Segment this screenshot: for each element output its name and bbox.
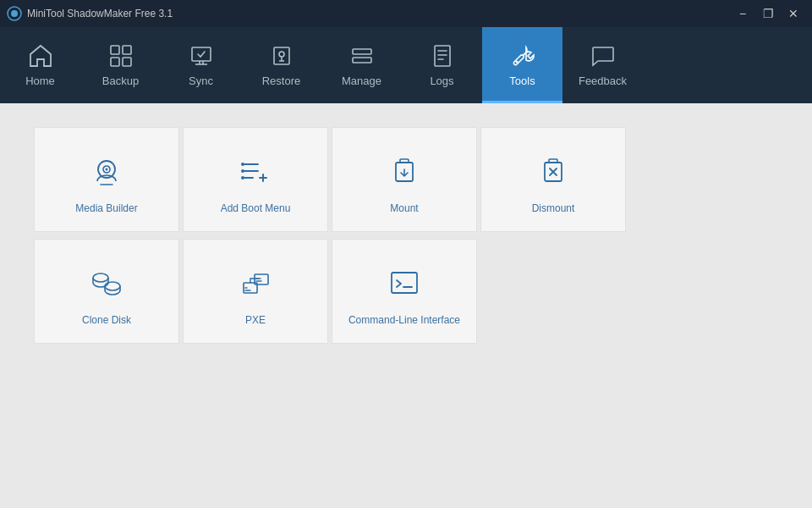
home-icon xyxy=(25,41,56,71)
pxe-icon xyxy=(235,263,276,304)
svg-point-15 xyxy=(106,168,108,171)
nav-item-restore[interactable]: Restore xyxy=(241,27,321,103)
svg-rect-5 xyxy=(123,58,131,66)
nav-label-logs: Logs xyxy=(430,75,453,87)
tool-label-media-builder: Media Builder xyxy=(75,202,137,214)
nav-item-tools[interactable]: Tools xyxy=(482,27,562,103)
add-boot-menu-icon xyxy=(235,152,276,192)
nav-item-logs[interactable]: Logs xyxy=(402,27,482,103)
svg-point-21 xyxy=(93,273,108,282)
media-builder-icon xyxy=(86,152,127,192)
minimize-button[interactable]: − xyxy=(731,4,754,23)
svg-point-1 xyxy=(11,10,18,17)
maximize-button[interactable]: ❐ xyxy=(756,4,780,23)
svg-rect-10 xyxy=(353,58,371,63)
svg-point-16 xyxy=(241,163,244,166)
dismount-icon xyxy=(533,152,573,192)
nav-label-manage: Manage xyxy=(342,75,381,87)
tool-card-dismount[interactable]: Dismount xyxy=(480,127,626,232)
tool-label-clone-disk: Clone Disk xyxy=(82,314,131,326)
cli-icon xyxy=(384,263,425,304)
svg-rect-7 xyxy=(274,47,289,64)
tool-card-clone-disk[interactable]: Clone Disk xyxy=(34,239,179,344)
nav-item-home[interactable]: Home xyxy=(0,27,80,103)
nav-label-home: Home xyxy=(25,75,55,87)
tool-card-pxe[interactable]: PXE xyxy=(183,239,328,344)
nav-item-sync[interactable]: Sync xyxy=(161,27,241,103)
tool-label-dismount: Dismount xyxy=(532,202,575,214)
backup-icon xyxy=(106,41,136,71)
svg-point-12 xyxy=(515,61,518,64)
tool-card-media-builder[interactable]: Media Builder xyxy=(34,127,179,232)
manage-icon xyxy=(347,41,377,71)
title-controls: − ❐ ✕ xyxy=(731,4,805,23)
nav-label-feedback: Feedback xyxy=(579,75,627,87)
svg-rect-6 xyxy=(192,47,211,61)
svg-point-18 xyxy=(241,176,244,179)
sync-icon xyxy=(186,41,217,71)
nav-label-backup: Backup xyxy=(102,75,139,87)
nav-item-manage[interactable]: Manage xyxy=(321,27,402,103)
svg-rect-4 xyxy=(111,58,119,66)
tool-label-cli: Command-Line Interface xyxy=(348,314,460,326)
tool-label-pxe: PXE xyxy=(245,314,266,326)
tool-label-mount: Mount xyxy=(390,202,418,214)
svg-rect-9 xyxy=(353,49,371,54)
app-logo-icon xyxy=(7,6,22,21)
svg-point-17 xyxy=(241,169,244,173)
title-left: MiniTool ShadowMaker Free 3.1 xyxy=(7,6,173,21)
mount-icon xyxy=(384,152,425,192)
tool-card-cli[interactable]: Command-Line Interface xyxy=(332,239,477,344)
tools-icon xyxy=(508,41,538,71)
svg-rect-3 xyxy=(123,46,131,54)
tool-card-add-boot-menu[interactable]: Add Boot Menu xyxy=(183,127,328,232)
tool-label-add-boot-menu: Add Boot Menu xyxy=(221,202,291,214)
nav-label-restore: Restore xyxy=(262,75,301,87)
svg-rect-25 xyxy=(392,273,417,293)
tools-grid-row1: Media Builder Add Boot Menu xyxy=(34,127,626,235)
svg-rect-2 xyxy=(111,46,119,54)
logs-icon xyxy=(427,41,458,71)
tools-grid-row2: Clone Disk PXE xyxy=(34,239,626,344)
nav-item-feedback[interactable]: Feedback xyxy=(562,27,643,103)
main-content: Media Builder Add Boot Menu xyxy=(0,103,812,508)
close-button[interactable]: ✕ xyxy=(782,4,805,23)
nav-item-backup[interactable]: Backup xyxy=(80,27,161,103)
title-bar: MiniTool ShadowMaker Free 3.1 − ❐ ✕ xyxy=(0,0,812,27)
nav-label-tools: Tools xyxy=(509,75,535,87)
tool-card-mount[interactable]: Mount xyxy=(332,127,477,232)
svg-point-8 xyxy=(279,52,284,57)
svg-rect-11 xyxy=(435,46,450,66)
nav-label-sync: Sync xyxy=(189,75,213,87)
clone-disk-icon xyxy=(86,263,127,304)
nav-bar: Home Backup Sync xyxy=(0,27,812,103)
restore-icon xyxy=(266,41,297,71)
app-title: MiniTool ShadowMaker Free 3.1 xyxy=(27,8,173,19)
feedback-icon xyxy=(588,41,618,71)
svg-point-22 xyxy=(105,282,120,290)
